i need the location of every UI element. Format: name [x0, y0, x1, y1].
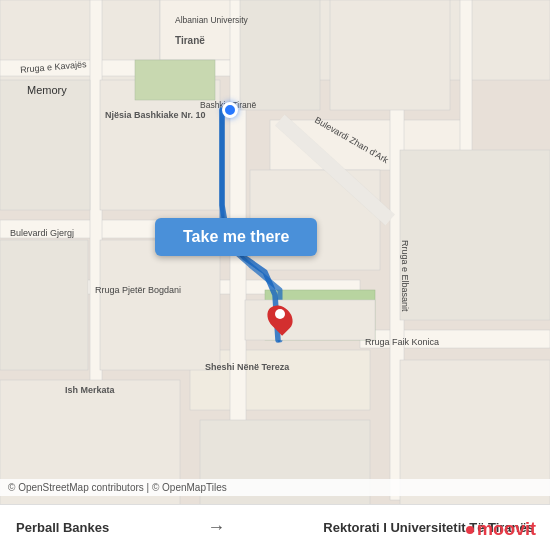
- svg-rect-14: [0, 80, 90, 210]
- svg-rect-9: [360, 330, 550, 348]
- svg-rect-27: [330, 0, 450, 110]
- svg-rect-17: [100, 240, 220, 370]
- svg-rect-16: [0, 240, 88, 370]
- map-container: Memory Tiranë Rruga e Kavajës Njësia Bas…: [0, 0, 550, 550]
- from-label: Perball Bankes: [16, 520, 109, 535]
- svg-rect-24: [135, 60, 215, 100]
- svg-rect-28: [240, 0, 320, 110]
- bottom-navigation-bar: Perball Bankes → Rektorati I Universitet…: [0, 504, 550, 550]
- take-me-there-button[interactable]: Take me there: [155, 218, 317, 256]
- copyright-bar: © OpenStreetMap contributors | © OpenMap…: [0, 479, 550, 496]
- current-location-dot: [222, 102, 238, 118]
- moovit-brand-text: moovit: [477, 519, 536, 540]
- map-background: [0, 0, 550, 550]
- svg-rect-19: [400, 150, 550, 320]
- svg-rect-29: [245, 300, 375, 340]
- moovit-dot: [466, 526, 474, 534]
- arrow-icon: →: [207, 517, 225, 538]
- moovit-logo: moovit: [466, 519, 536, 540]
- svg-rect-4: [0, 60, 260, 76]
